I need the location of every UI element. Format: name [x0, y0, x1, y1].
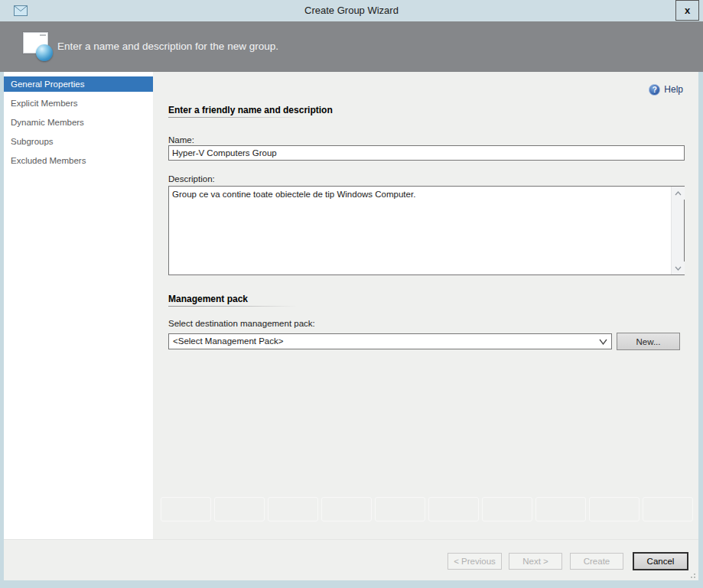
section-rule	[168, 117, 304, 118]
wizard-banner: Enter a name and description for the new…	[0, 21, 703, 72]
next-button[interactable]: Next >	[509, 553, 562, 570]
management-pack-dropdown-value: <Select Management Pack>	[173, 336, 283, 346]
sidebar-item-dynamic-members[interactable]: Dynamic Members	[4, 115, 153, 130]
chevron-down-icon	[599, 339, 607, 345]
create-group-wizard-window: Create Group Wizard x Enter a name and d…	[0, 0, 703, 588]
section-title-friendly-name: Enter a friendly name and description	[168, 105, 333, 115]
help-link[interactable]: ? Help	[649, 83, 683, 96]
sidebar-item-explicit-members[interactable]: Explicit Members	[4, 96, 153, 111]
cancel-button[interactable]: Cancel	[633, 552, 688, 570]
description-scrollbar[interactable]	[671, 187, 684, 275]
sidebar-item-excluded-members[interactable]: Excluded Members	[4, 153, 153, 168]
wizard-steps-sidebar: General Properties Explicit Members Dyna…	[4, 72, 153, 539]
description-label: Description:	[168, 174, 215, 184]
previous-button[interactable]: < Previous	[448, 553, 502, 570]
resize-grip[interactable]	[688, 570, 695, 578]
wizard-footer: < Previous Next > Create Cancel	[4, 539, 698, 580]
help-question-icon: ?	[649, 84, 660, 96]
window-bottom-border	[0, 580, 703, 588]
wizard-content-pane: ? Help Enter a friendly name and descrip…	[153, 72, 698, 539]
description-text: Group ce va contine toate obiectele de t…	[172, 189, 667, 200]
description-textarea[interactable]: Group ce va contine toate obiectele de t…	[168, 186, 685, 275]
group-page-sphere-icon	[23, 31, 55, 66]
name-input[interactable]	[168, 145, 685, 161]
close-button[interactable]: x	[675, 0, 699, 21]
title-bar: Create Group Wizard x	[0, 0, 703, 21]
sidebar-item-general-properties[interactable]: General Properties	[4, 76, 153, 92]
banner-description: Enter a name and description for the new…	[57, 21, 278, 72]
management-pack-dropdown[interactable]: <Select Management Pack>	[168, 333, 612, 349]
ghost-artifact-row	[161, 497, 696, 521]
section-rule	[168, 306, 297, 307]
name-label: Name:	[168, 135, 194, 145]
help-label: Help	[664, 84, 683, 95]
section-title-management-pack: Management pack	[168, 294, 248, 304]
create-button[interactable]: Create	[570, 553, 623, 570]
scroll-up-icon[interactable]	[672, 187, 685, 200]
new-management-pack-button[interactable]: New...	[617, 333, 680, 350]
window-title: Create Group Wizard	[0, 0, 703, 21]
scroll-down-icon[interactable]	[672, 262, 685, 275]
sidebar-item-subgroups[interactable]: Subgroups	[4, 134, 153, 149]
select-management-pack-label: Select destination management pack:	[168, 319, 315, 328]
